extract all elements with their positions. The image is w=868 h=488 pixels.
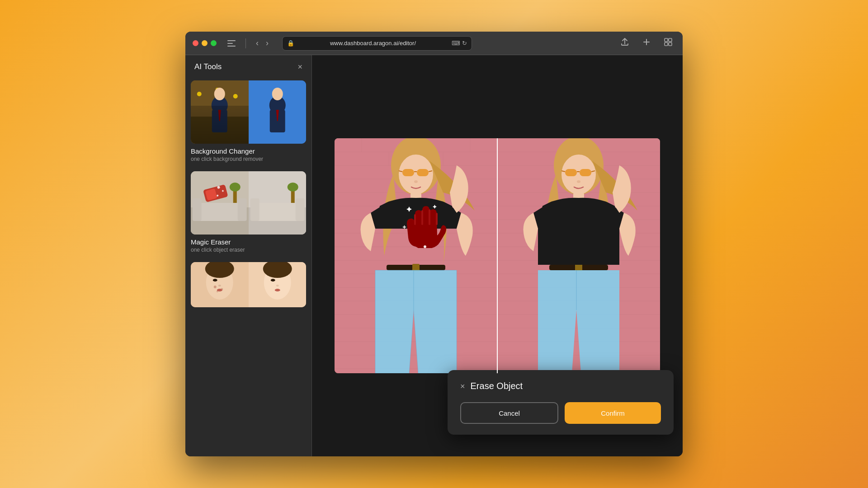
svg-point-11 bbox=[233, 94, 238, 99]
magic-eraser-name: Magic Eraser bbox=[191, 238, 306, 246]
tool-item-magic-eraser[interactable]: Magic Eraser one click object eraser bbox=[191, 171, 306, 253]
svg-point-46 bbox=[213, 279, 217, 282]
image-right bbox=[497, 138, 660, 373]
traffic-lights bbox=[193, 40, 217, 46]
svg-rect-8 bbox=[191, 117, 249, 144]
new-tab-button[interactable] bbox=[639, 36, 654, 51]
sidebar-header: AI Tools × bbox=[185, 55, 311, 77]
svg-point-9 bbox=[197, 92, 202, 96]
refresh-icon[interactable]: ↻ bbox=[462, 40, 467, 47]
forward-button[interactable]: › bbox=[263, 37, 271, 50]
editor-area: × Erase Object Cancel Confirm bbox=[312, 55, 683, 456]
svg-point-18 bbox=[272, 88, 283, 100]
magic-eraser-thumbnail bbox=[191, 171, 306, 235]
sidebar-title: AI Tools bbox=[194, 62, 222, 71]
svg-rect-24 bbox=[193, 198, 202, 221]
sidebar: AI Tools × bbox=[185, 55, 312, 456]
browser-window: ‹ › 🔒 www.dashboard.aragon.ai/editor/ ⌨ … bbox=[185, 32, 683, 456]
erase-panel-actions: Cancel Confirm bbox=[460, 402, 661, 424]
tool-item-background-changer[interactable]: Background Changer one click background … bbox=[191, 80, 306, 162]
main-content: AI Tools × bbox=[185, 55, 683, 456]
background-changer-name: Background Changer bbox=[191, 147, 306, 155]
maximize-window-button[interactable] bbox=[211, 40, 217, 46]
translate-icon[interactable]: ⌨ bbox=[452, 40, 460, 47]
magic-eraser-desc: one click object eraser bbox=[191, 247, 306, 253]
svg-point-118 bbox=[577, 180, 580, 183]
svg-rect-36 bbox=[250, 198, 259, 221]
svg-rect-35 bbox=[252, 203, 302, 221]
url-text: www.dashboard.aragon.ai/editor/ bbox=[298, 40, 448, 47]
svg-rect-82 bbox=[402, 169, 414, 176]
background-changer-desc: one click background remover bbox=[191, 156, 306, 162]
svg-point-52 bbox=[270, 279, 275, 282]
image-left bbox=[335, 138, 497, 373]
address-bar[interactable]: 🔒 www.dashboard.aragon.ai/editor/ ⌨ ↻ bbox=[282, 36, 472, 51]
svg-rect-1 bbox=[227, 43, 233, 44]
title-bar: ‹ › 🔒 www.dashboard.aragon.ai/editor/ ⌨ … bbox=[185, 32, 683, 55]
tool-item-face-retouching[interactable] bbox=[191, 262, 306, 307]
svg-point-87 bbox=[414, 180, 418, 183]
svg-rect-6 bbox=[669, 42, 672, 46]
back-button[interactable]: ‹ bbox=[253, 37, 261, 50]
face-retouching-thumbnail bbox=[191, 262, 306, 307]
svg-rect-2 bbox=[227, 46, 236, 47]
background-changer-thumbnail bbox=[191, 80, 306, 144]
svg-rect-4 bbox=[669, 38, 672, 42]
svg-rect-114 bbox=[580, 169, 591, 176]
sidebar-toggle-button[interactable] bbox=[225, 38, 238, 48]
erase-panel: × Erase Object Cancel Confirm bbox=[448, 370, 674, 435]
svg-rect-121 bbox=[575, 264, 582, 271]
title-bar-divider bbox=[245, 38, 246, 48]
svg-point-43 bbox=[214, 286, 217, 288]
svg-rect-25 bbox=[238, 198, 247, 221]
split-image bbox=[335, 138, 660, 373]
svg-rect-37 bbox=[295, 198, 304, 221]
svg-rect-14 bbox=[212, 110, 227, 132]
cancel-button[interactable]: Cancel bbox=[460, 402, 558, 424]
close-window-button[interactable] bbox=[193, 40, 198, 46]
svg-point-47 bbox=[218, 285, 221, 286]
erase-panel-close-button[interactable]: × bbox=[460, 382, 465, 390]
svg-point-32 bbox=[230, 183, 241, 192]
svg-point-89 bbox=[424, 245, 426, 248]
svg-marker-15 bbox=[218, 110, 221, 121]
erase-panel-header: × Erase Object bbox=[460, 381, 661, 391]
svg-rect-0 bbox=[227, 40, 236, 41]
svg-rect-23 bbox=[195, 203, 245, 221]
svg-point-13 bbox=[214, 88, 225, 100]
address-bar-icons: ⌨ ↻ bbox=[452, 40, 467, 47]
tools-list: Background Changer one click background … bbox=[185, 77, 311, 456]
svg-point-53 bbox=[276, 285, 278, 286]
share-button[interactable] bbox=[618, 36, 632, 51]
lock-icon: 🔒 bbox=[287, 40, 294, 47]
tabs-overview-button[interactable] bbox=[661, 36, 675, 51]
minimize-window-button[interactable] bbox=[202, 40, 208, 46]
svg-rect-83 bbox=[417, 169, 429, 176]
title-bar-right bbox=[618, 36, 675, 51]
erase-panel-title: Erase Object bbox=[471, 381, 523, 391]
nav-buttons: ‹ › bbox=[253, 37, 271, 50]
split-divider bbox=[497, 138, 498, 373]
svg-rect-113 bbox=[565, 169, 577, 176]
sidebar-close-button[interactable]: × bbox=[297, 63, 302, 71]
svg-point-48 bbox=[217, 289, 222, 291]
image-canvas bbox=[335, 138, 660, 373]
svg-rect-3 bbox=[665, 38, 668, 42]
svg-rect-5 bbox=[665, 42, 668, 46]
confirm-button[interactable]: Confirm bbox=[565, 402, 661, 424]
svg-point-54 bbox=[274, 289, 280, 291]
svg-point-39 bbox=[287, 183, 298, 192]
